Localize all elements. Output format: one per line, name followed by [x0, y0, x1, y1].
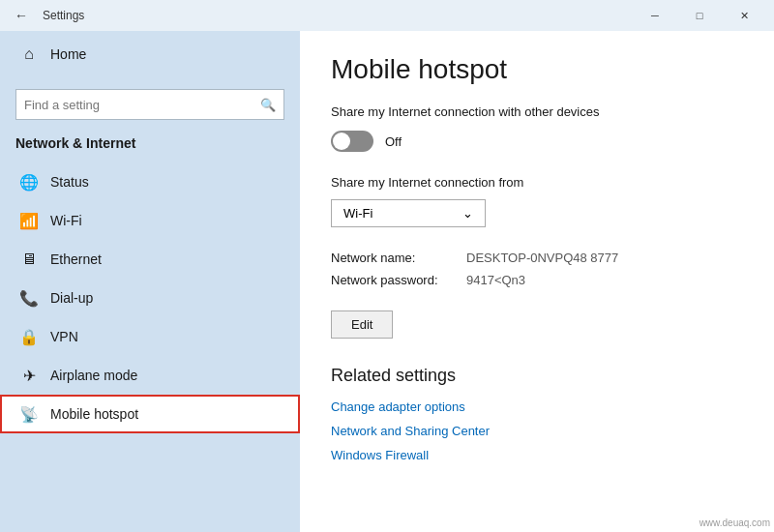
windows-firewall-link[interactable]: Windows Firewall — [331, 448, 743, 462]
status-icon: 🌐 — [19, 173, 39, 192]
chevron-down-icon: ⌄ — [462, 206, 473, 221]
toggle-knob — [333, 133, 350, 150]
sidebar-label-airplane: Airplane mode — [50, 368, 137, 383]
sidebar-item-ethernet[interactable]: 🖥 Ethernet — [0, 240, 300, 279]
sidebar-item-vpn[interactable]: 🔒 VPN — [0, 317, 300, 356]
watermark: www.deuaq.com — [700, 517, 770, 528]
sidebar-item-airplane[interactable]: ✈ Airplane mode — [0, 356, 300, 395]
toggle-state-label: Off — [385, 134, 402, 149]
hotspot-icon: 📡 — [19, 405, 39, 424]
home-icon: ⌂ — [19, 45, 39, 63]
network-info: Network name: DESKTOP-0NVPQ48 8777 Netwo… — [331, 251, 743, 287]
sidebar-label-status: Status — [50, 174, 89, 190]
sidebar-item-status[interactable]: 🌐 Status — [0, 163, 300, 201]
sidebar-label-hotspot: Mobile hotspot — [50, 406, 138, 422]
sidebar-item-wifi[interactable]: 📶 Wi-Fi — [0, 201, 300, 240]
connection-dropdown[interactable]: Wi-Fi ⌄ — [331, 199, 486, 227]
search-box[interactable]: 🔍 — [15, 89, 284, 120]
window-controls: ─ □ ✕ — [633, 0, 766, 31]
sidebar-label-dialup: Dial-up — [50, 290, 93, 306]
dialup-icon: 📞 — [19, 289, 39, 308]
network-sharing-center-link[interactable]: Network and Sharing Center — [331, 424, 743, 438]
toggle-row: Off — [331, 131, 743, 152]
share-internet-label: Share my Internet connection with other … — [331, 104, 743, 119]
ethernet-icon: 🖥 — [19, 251, 39, 268]
sidebar-item-home[interactable]: ⌂ Home — [0, 31, 300, 77]
network-name-value: DESKTOP-0NVPQ48 8777 — [466, 251, 618, 265]
search-icon: 🔍 — [260, 98, 276, 112]
search-input[interactable] — [24, 98, 260, 112]
vpn-icon: 🔒 — [19, 328, 39, 346]
network-name-row: Network name: DESKTOP-0NVPQ48 8777 — [331, 251, 743, 265]
dropdown-value: Wi-Fi — [343, 206, 372, 221]
sidebar-label-ethernet: Ethernet — [50, 251, 102, 267]
close-button[interactable]: ✕ — [722, 0, 766, 31]
page-title: Mobile hotspot — [331, 54, 743, 85]
airplane-icon: ✈ — [19, 367, 39, 385]
restore-button[interactable]: □ — [677, 0, 722, 31]
sidebar-label-wifi: Wi-Fi — [50, 213, 82, 228]
sidebar-item-hotspot[interactable]: 📡 Mobile hotspot — [0, 395, 300, 433]
share-from-label: Share my Internet connection from — [331, 175, 743, 190]
back-button[interactable]: ← — [8, 2, 35, 29]
sidebar-label-vpn: VPN — [50, 329, 78, 344]
network-password-label: Network password: — [331, 273, 466, 287]
minimize-button[interactable]: ─ — [633, 0, 677, 31]
related-settings-title: Related settings — [331, 366, 743, 386]
edit-button[interactable]: Edit — [331, 310, 393, 339]
title-bar-title: Settings — [43, 9, 84, 22]
wifi-icon: 📶 — [19, 212, 39, 230]
sidebar: ⌂ Home 🔍 Network & Internet 🌐 Status 📶 W… — [0, 31, 300, 532]
sidebar-section-title: Network & Internet — [0, 135, 300, 163]
content-area: Mobile hotspot Share my Internet connect… — [300, 31, 774, 532]
sidebar-home-label: Home — [50, 46, 86, 62]
sidebar-item-dialup[interactable]: 📞 Dial-up — [0, 279, 300, 317]
hotspot-toggle[interactable] — [331, 131, 373, 152]
title-bar: ← Settings ─ □ ✕ — [0, 0, 774, 31]
network-password-row: Network password: 9417<Qn3 — [331, 273, 743, 287]
network-password-value: 9417<Qn3 — [466, 273, 525, 287]
change-adapter-link[interactable]: Change adapter options — [331, 399, 743, 414]
network-name-label: Network name: — [331, 251, 466, 265]
